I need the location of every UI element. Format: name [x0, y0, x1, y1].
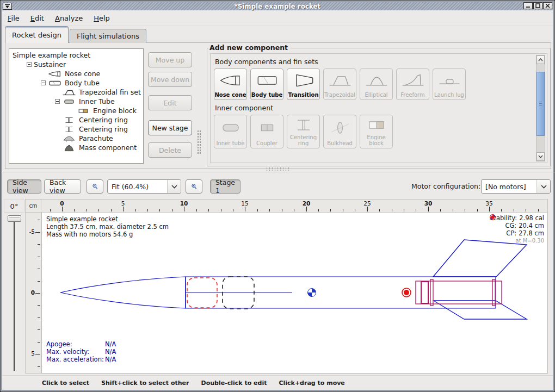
rocket-diagram-canvas[interactable]: Simple example rocket Length 37.5 cm, ma…	[41, 213, 548, 374]
tree-item-label: Centering ring	[79, 125, 128, 133]
tree-item-sustainer[interactable]: Sustainer	[9, 60, 143, 69]
add-engine-block-button[interactable]: Engine block	[360, 115, 393, 148]
add-centering-ring-button[interactable]: Centering ring	[287, 115, 320, 148]
add-transition-button[interactable]: Transition	[287, 69, 320, 100]
zoom-out-button[interactable]	[87, 179, 103, 194]
flight-data: Apogee:N/A Max. velocity:N/A Max. accele…	[46, 340, 116, 363]
inner-tube-icon	[219, 120, 243, 135]
scrollbar-thumb[interactable]	[536, 72, 545, 136]
main-tabs: Rocket design Flight simulations	[5, 26, 147, 43]
tree-item-label: Inner Tube	[79, 97, 115, 105]
window-menu-icon[interactable]	[3, 3, 12, 10]
back-view-button[interactable]: Back view	[44, 179, 81, 194]
menu-file[interactable]: File	[8, 14, 20, 22]
chevron-down-icon[interactable]	[536, 180, 550, 193]
add-elliptical-button[interactable]: Elliptical	[360, 69, 393, 100]
rotation-slider-handle[interactable]	[8, 215, 21, 222]
menu-edit[interactable]: Edit	[30, 14, 44, 22]
tree-item-label: Engine block	[93, 107, 137, 115]
scroll-down-icon[interactable]	[536, 152, 545, 161]
tree-item-centering-ring[interactable]: Centering ring	[9, 125, 143, 134]
tree-item-centering-ring[interactable]: Centering ring	[9, 115, 143, 125]
add-inner-tube-button[interactable]: Inner tube	[214, 115, 247, 148]
move-down-button[interactable]: Move down	[148, 72, 192, 87]
h-ruler-label: 30	[424, 200, 433, 207]
horizontal-ruler: 05101520253035	[41, 199, 548, 213]
edit-button[interactable]: Edit	[148, 95, 192, 110]
delete-button[interactable]: Delete	[148, 142, 192, 158]
stage-1-toggle[interactable]: Stage 1	[210, 179, 240, 194]
vertical-splitter[interactable]	[197, 130, 201, 155]
h-ruler-label: 5	[121, 200, 125, 207]
add-nose-cone-button[interactable]: Nose cone	[214, 69, 247, 100]
centering-ring-icon	[292, 117, 316, 133]
ruler-unit-label: cm	[25, 199, 41, 213]
tree-item-mass-component[interactable]: Mass component	[9, 143, 143, 152]
add-freeform-button[interactable]: Freeform	[396, 69, 429, 100]
centering-ring-outline	[492, 279, 495, 306]
chevron-down-icon[interactable]	[167, 180, 181, 193]
title-bar[interactable]: *Simple example rocket	[2, 2, 553, 10]
menu-help[interactable]: Help	[94, 14, 110, 22]
horizontal-splitter[interactable]	[266, 167, 291, 171]
hint-double-click: Double-click to edit	[201, 379, 267, 387]
h-ruler-label: 0	[60, 200, 64, 207]
collapse-expander-icon[interactable]	[55, 99, 60, 104]
cp-label: CP:	[506, 229, 516, 237]
scroll-up-icon[interactable]	[536, 55, 545, 64]
mach-condition: at M=0.30	[490, 237, 544, 245]
cg-label: CG:	[505, 222, 516, 229]
app-window: *Simple example rocket File Edit Analyze…	[0, 0, 555, 392]
add-bulkhead-button[interactable]: Bulkhead	[323, 115, 356, 148]
tree-item-label: Centering ring	[79, 116, 128, 124]
minimize-button[interactable]	[523, 2, 533, 9]
tree-item-label: Simple example rocket	[13, 51, 90, 59]
tree-item-engine-block[interactable]: Engine block	[9, 106, 143, 115]
max-velocity-label: Max. velocity:	[46, 348, 105, 356]
h-ruler-label: 35	[485, 200, 492, 207]
tree-item-trapezoidal-fin-set[interactable]: Trapezoidal fin set	[9, 88, 143, 97]
component-scrollbar[interactable]	[536, 55, 545, 161]
zoom-level-select[interactable]: Fit (60.4%)	[107, 179, 181, 194]
add-component-groupbox: Add new component Body components and fi…	[207, 48, 551, 166]
apogee-label: Apogee:	[46, 340, 105, 348]
add-component-title: Add new component	[208, 43, 291, 52]
component-tree[interactable]: Simple example rocketSustainerNose coneB…	[9, 48, 144, 164]
collapse-expander-icon[interactable]	[27, 62, 32, 67]
nose-cone-icon	[48, 70, 62, 78]
close-button[interactable]	[543, 2, 552, 9]
rotation-slider-track[interactable]	[14, 218, 15, 371]
v-ruler-label: 0	[31, 289, 35, 296]
new-stage-button[interactable]: New stage	[148, 120, 192, 135]
add-body-tube-button[interactable]: Body tube	[250, 69, 283, 100]
tab-flight-simulations[interactable]: Flight simulations	[70, 29, 146, 43]
component-group-label: Body components and fin sets	[215, 58, 547, 66]
magnifier-plus-icon	[191, 182, 197, 191]
motor-configuration-select[interactable]: [No motors]	[481, 179, 551, 194]
tree-item-simple-example-rocket[interactable]: Simple example rocket	[9, 51, 143, 60]
view-toolbar: Side view Back view Fit (60.4%) Stage 1 …	[1, 176, 555, 196]
h-ruler-label: 20	[303, 200, 311, 207]
coupler-icon	[255, 120, 279, 135]
tree-item-body-tube[interactable]: Body tube	[9, 78, 143, 88]
tree-item-inner-tube[interactable]: Inner Tube	[9, 97, 143, 106]
rotation-angle-label: 0°	[4, 200, 24, 213]
tree-item-nose-cone[interactable]: Nose cone	[9, 69, 143, 78]
collapse-expander-icon[interactable]	[41, 80, 46, 85]
add-launch-lug-button[interactable]: Launch lug	[433, 69, 466, 100]
menu-analyze[interactable]: Analyze	[55, 14, 83, 22]
cp-value: 27.8 cm	[519, 229, 544, 237]
rocket-info-text: Simple example rocket Length 37.5 cm, ma…	[46, 215, 169, 238]
side-view-button[interactable]: Side view	[7, 179, 41, 194]
add-trapezoidal-button[interactable]: Trapezoidal	[323, 69, 356, 100]
cg-marker	[308, 289, 316, 297]
zoom-in-button[interactable]	[186, 179, 202, 194]
tree-item-parachute[interactable]: Parachute	[9, 134, 143, 143]
engine-block-icon	[76, 107, 90, 115]
move-up-button[interactable]: Move up	[148, 52, 192, 67]
maximize-button[interactable]	[533, 2, 542, 9]
add-coupler-button[interactable]: Coupler	[250, 115, 283, 148]
stability-value: 2.98 cal	[519, 214, 544, 222]
apogee-value: N/A	[105, 340, 116, 348]
tab-rocket-design[interactable]: Rocket design	[5, 26, 69, 43]
